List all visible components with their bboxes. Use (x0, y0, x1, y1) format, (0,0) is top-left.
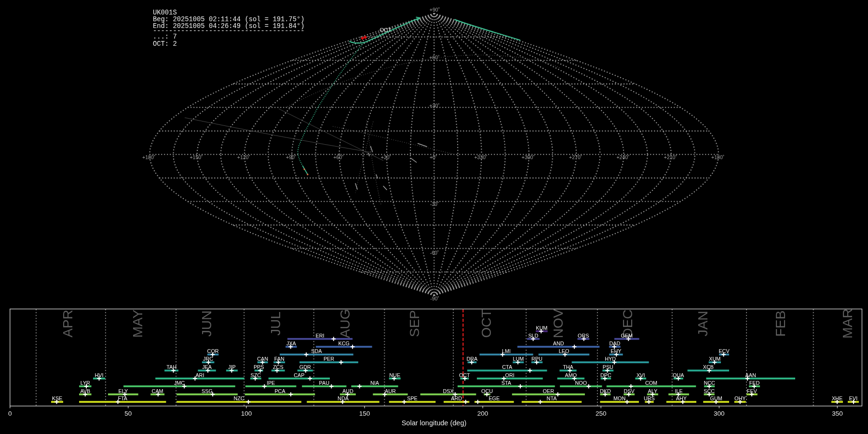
svg-text:APR: APR (60, 310, 75, 338)
svg-text:OCT: OCT (380, 27, 391, 33)
svg-text:-60˚: -60˚ (430, 250, 439, 256)
svg-text:SDA: SDA (311, 348, 322, 354)
svg-text:+180˚: +180˚ (711, 154, 724, 160)
svg-text:CTA: CTA (502, 364, 513, 370)
svg-text:NIA: NIA (370, 380, 380, 386)
svg-text:NCC: NCC (704, 380, 715, 386)
svg-text:FEV: FEV (747, 388, 758, 394)
svg-text:SEP: SEP (407, 310, 422, 337)
svg-text:STA: STA (502, 380, 512, 386)
svg-text:+60˚: +60˚ (333, 154, 343, 160)
svg-text:TAH: TAH (166, 364, 176, 370)
svg-text:PER: PER (324, 356, 334, 362)
svg-text:100: 100 (241, 410, 252, 417)
svg-text:SSG: SSG (202, 388, 213, 394)
svg-text:JUL: JUL (268, 312, 283, 336)
svg-text:OCT: 2: OCT: 2 (153, 41, 177, 48)
svg-text:OER: OER (543, 388, 555, 394)
svg-text:-90˚: -90˚ (430, 296, 439, 301)
svg-text:QUA: QUA (673, 372, 684, 378)
svg-text:XVI: XVI (637, 372, 645, 378)
svg-text:250: 250 (596, 410, 607, 417)
svg-text:OCU: OCU (481, 388, 493, 394)
svg-text:JIP: JIP (228, 364, 236, 370)
svg-text:XUM: XUM (709, 356, 720, 362)
svg-text:GUM: GUM (710, 395, 722, 401)
svg-text:ORI: ORI (505, 372, 515, 378)
svg-text:UK001S: UK001S (153, 9, 177, 16)
svg-text:COR: COR (207, 348, 219, 354)
svg-text:300: 300 (714, 410, 725, 417)
svg-text:GDR: GDR (299, 364, 311, 370)
svg-text:NZC: NZC (233, 395, 244, 401)
svg-text:SZC: SZC (250, 372, 261, 378)
svg-text:ARD: ARD (451, 395, 462, 401)
svg-text:NOV: NOV (551, 309, 566, 338)
svg-text:DPC: DPC (600, 372, 611, 378)
svg-text:FTA: FTA (118, 395, 127, 401)
svg-text:AHY: AHY (676, 395, 687, 401)
svg-text:ALY: ALY (648, 388, 657, 394)
svg-text:OCT: OCT (459, 372, 470, 378)
svg-text:+150˚: +150˚ (190, 154, 203, 160)
svg-text:SLD: SLD (528, 333, 538, 339)
svg-text:FED: FED (749, 380, 760, 386)
svg-text:EHY: EHY (610, 348, 621, 354)
svg-text:AUG: AUG (338, 309, 353, 339)
svg-text:LEO: LEO (559, 348, 570, 354)
svg-text:ARI: ARI (195, 372, 204, 378)
svg-text:OCT: OCT (479, 309, 494, 338)
svg-text:+120˚: +120˚ (237, 154, 250, 160)
svg-text:+60˚: +60˚ (429, 54, 439, 60)
svg-text:DAD: DAD (609, 340, 620, 346)
svg-text:DRA: DRA (467, 356, 478, 362)
svg-text:KUM: KUM (536, 325, 547, 331)
svg-text:FAN: FAN (274, 356, 285, 362)
svg-text:+300˚: +300˚ (522, 154, 535, 160)
svg-text:LMI: LMI (502, 348, 511, 354)
svg-text:+330˚: +330˚ (474, 154, 487, 160)
svg-text:MAY: MAY (130, 309, 145, 338)
svg-text:+270˚: +270˚ (569, 154, 582, 160)
svg-text:...: 7: ...: 7 (153, 33, 177, 41)
svg-text:150: 150 (359, 410, 370, 417)
svg-text:LYR: LYR (81, 380, 90, 386)
svg-text:NUE: NUE (389, 372, 400, 378)
svg-text:PAU: PAU (319, 380, 329, 386)
svg-text:MON: MON (613, 395, 625, 401)
svg-text:CAN: CAN (257, 356, 268, 362)
svg-text:SPE: SPE (407, 395, 418, 401)
svg-text:PCA: PCA (274, 388, 285, 394)
svg-text:ORS: ORS (578, 333, 589, 339)
svg-text:PPS: PPS (254, 364, 264, 370)
svg-text:NDA: NDA (338, 395, 349, 401)
svg-text:LUM: LUM (513, 356, 524, 362)
svg-text:JMC: JMC (174, 380, 185, 386)
svg-text:EVI: EVI (849, 395, 857, 401)
svg-text:AVB: AVB (80, 388, 90, 394)
svg-text:EGE: EGE (488, 395, 500, 401)
svg-text:RPU: RPU (531, 356, 542, 362)
svg-text:NOO: NOO (575, 380, 587, 386)
svg-text:JEA: JEA (202, 364, 212, 370)
svg-text:JXA: JXA (286, 340, 297, 346)
svg-text:XHE: XHE (832, 395, 842, 401)
svg-text:CAM: CAM (152, 388, 163, 394)
svg-text:+90˚: +90˚ (286, 154, 296, 160)
svg-text:Beg: 20251005 02:11:44 (sol =: Beg: 20251005 02:11:44 (sol = 191.75°) (153, 16, 305, 23)
svg-text:+90˚: +90˚ (430, 7, 440, 13)
svg-text:JAN: JAN (695, 311, 710, 337)
svg-text:+240˚: +240˚ (616, 154, 629, 160)
svg-text:AUD: AUD (342, 388, 353, 394)
svg-text:AAN: AAN (746, 372, 756, 378)
svg-text:KCG: KCG (338, 340, 349, 346)
svg-text:IPE: IPE (267, 380, 275, 386)
svg-text:ILE: ILE (675, 388, 682, 394)
svg-text:ERI: ERI (316, 333, 325, 339)
svg-text:DKD: DKD (600, 388, 611, 394)
svg-text:AND: AND (553, 340, 564, 346)
svg-text:HYD: HYD (605, 356, 616, 362)
svg-text:SCC: SCC (704, 388, 715, 394)
svg-text:GEM: GEM (621, 333, 633, 339)
svg-text:+180˚: +180˚ (142, 154, 155, 160)
